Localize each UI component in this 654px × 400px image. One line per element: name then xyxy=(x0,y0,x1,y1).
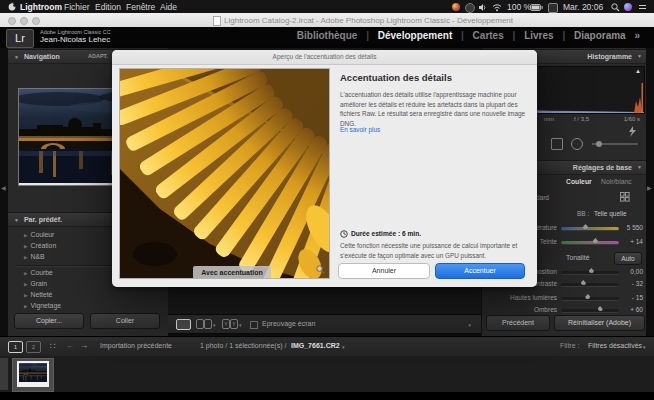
filmstrip-partial-cell xyxy=(0,358,8,390)
preset-creation[interactable]: ▶Création xyxy=(24,242,56,249)
menubar-clock[interactable]: Mar. 20:06 xyxy=(563,2,603,12)
chevron-down-icon: ▼ xyxy=(14,217,19,223)
zoom-window-button[interactable] xyxy=(32,17,40,25)
macos-menubar: Lightroom Fichier Edition Fenêtre Aide 1… xyxy=(0,0,654,13)
module-overflow-chevron[interactable]: » xyxy=(634,30,640,41)
thumbnail-photo[interactable] xyxy=(19,363,47,382)
preset-vignetage[interactable]: ▶Vignetage xyxy=(24,302,61,309)
previous-photo-arrow-icon[interactable]: ← xyxy=(66,341,74,350)
flash-icon[interactable] xyxy=(629,126,636,137)
filmstrip-source[interactable]: Importation précédente xyxy=(100,342,172,349)
main-window-icon[interactable]: 1 xyxy=(8,341,23,353)
slider-knob[interactable] xyxy=(585,294,590,299)
contrast-slider[interactable] xyxy=(561,283,619,287)
left-panel-collapse-icon[interactable]: ◀ xyxy=(1,184,6,191)
status-app2-icon[interactable] xyxy=(465,3,475,13)
chevron-down-icon[interactable]: ▾ xyxy=(342,344,345,350)
module-diaporama[interactable]: Diaporama xyxy=(574,30,626,41)
wifi-icon[interactable] xyxy=(492,3,502,12)
paste-settings-button[interactable]: Coller xyxy=(90,313,160,329)
module-bibliotheque[interactable]: Bibliothèque xyxy=(297,30,358,41)
spotlight-icon[interactable] xyxy=(611,3,620,12)
dialog-title[interactable]: Aperçu de l'accentuation des détails xyxy=(112,50,537,65)
menu-edition[interactable]: Edition xyxy=(95,2,121,12)
split-view-right-icon[interactable]: Y xyxy=(230,319,238,329)
next-photo-arrow-icon[interactable]: → xyxy=(80,341,88,350)
crop-tool-icon[interactable] xyxy=(551,138,563,150)
second-window-icon[interactable]: 2 xyxy=(26,341,41,353)
temperature-slider[interactable] xyxy=(561,227,619,231)
highlight-clipping-icon[interactable]: ▲ xyxy=(635,68,641,74)
slider-knob[interactable] xyxy=(581,280,586,285)
filter-dropdown[interactable]: Filtres désactivés xyxy=(588,342,642,349)
menu-fichier[interactable]: Fichier xyxy=(64,2,90,12)
toolbar-options-chevron[interactable]: ▾ xyxy=(468,322,471,328)
loupe-view-icon[interactable] xyxy=(176,319,191,330)
menu-aide[interactable]: Aide xyxy=(160,2,177,12)
profile-browser-grid-icon[interactable] xyxy=(620,192,630,202)
tab-couleur[interactable]: Couleur xyxy=(566,178,592,185)
spot-removal-icon[interactable] xyxy=(571,138,583,150)
close-window-button[interactable] xyxy=(8,17,16,25)
siri-icon[interactable] xyxy=(624,3,632,11)
chevron-down-icon[interactable]: ▾ xyxy=(213,322,216,328)
filmstrip-filename[interactable]: IMG_7661.CR2 xyxy=(291,342,340,349)
menu-app-name[interactable]: Lightroom xyxy=(20,2,62,12)
wb-value[interactable]: Telle quelle xyxy=(594,210,627,217)
temperature-value[interactable]: 5 550 xyxy=(627,224,643,231)
preset-courbe[interactable]: ▶Courbe xyxy=(24,269,53,276)
apple-menu-icon[interactable] xyxy=(8,2,16,11)
slider-knob[interactable] xyxy=(589,268,594,273)
preset-nettete[interactable]: ▶Netteté xyxy=(24,291,52,298)
tint-value[interactable]: + 14 xyxy=(630,238,643,245)
input-source-icon[interactable] xyxy=(548,3,558,13)
preset-grain[interactable]: ▶Grain xyxy=(24,280,47,287)
status-app-icon[interactable] xyxy=(452,3,460,11)
shadows-value[interactable]: + 60 xyxy=(630,306,643,313)
enhance-preview[interactable]: Avec accentuation xyxy=(119,68,330,279)
soft-proof-checkbox[interactable] xyxy=(250,321,258,329)
module-livres[interactable]: Livres xyxy=(524,30,553,41)
nav-zoom-adapt[interactable]: ADAPT. xyxy=(88,50,108,63)
preset-nb[interactable]: ▶N&B xyxy=(24,253,44,260)
auto-tone-button[interactable]: Auto xyxy=(614,252,642,265)
contrast-value[interactable]: - 32 xyxy=(632,280,643,287)
slider-knob[interactable] xyxy=(598,306,603,311)
chevron-down-icon[interactable]: ▾ xyxy=(643,344,646,350)
gpu-note: Cette fonction nécessite une puissance d… xyxy=(340,241,526,260)
right-panel-collapse-icon[interactable]: ▶ xyxy=(647,184,652,191)
tint-slider[interactable] xyxy=(561,241,619,245)
highlights-value[interactable]: - 15 xyxy=(632,294,643,301)
highlights-slider-row: Hautes lumières - 15 xyxy=(482,294,646,304)
filmstrip-selected-cell[interactable] xyxy=(12,358,54,392)
shadows-slider[interactable] xyxy=(561,309,619,313)
reset-adobe-button[interactable]: Réinitialiser (Adobe) xyxy=(554,315,645,331)
notification-center-icon[interactable] xyxy=(638,3,647,12)
split-view-left-icon[interactable]: Y xyxy=(222,319,230,329)
chevron-down-icon[interactable]: ▾ xyxy=(239,322,242,328)
cancel-button[interactable]: Annuler xyxy=(338,263,430,279)
window-titlebar[interactable]: Lightroom Catalog-2.lrcat - Adobe Photos… xyxy=(0,13,654,28)
soft-proof-label[interactable]: Epreuvage écran xyxy=(262,320,315,327)
module-cartes[interactable]: Cartes xyxy=(473,30,504,41)
exposure-slider[interactable] xyxy=(561,271,619,275)
before-after-right-icon[interactable] xyxy=(204,319,212,329)
learn-more-link[interactable]: En savoir plus xyxy=(340,126,380,133)
copy-settings-button[interactable]: Copier... xyxy=(14,313,84,329)
enhance-button[interactable]: Accentuer xyxy=(435,263,525,279)
magnifier-icon[interactable] xyxy=(316,265,325,274)
tab-noir-blanc[interactable]: Noir/blanc xyxy=(601,178,632,185)
volume-icon[interactable] xyxy=(479,3,488,12)
menu-fenetre[interactable]: Fenêtre xyxy=(126,2,155,12)
exposure-value[interactable]: 0,00 xyxy=(630,268,643,275)
slider-knob[interactable] xyxy=(583,224,588,229)
highlights-slider[interactable] xyxy=(561,297,619,301)
previous-button[interactable]: Précédent xyxy=(486,315,550,331)
before-after-left-icon[interactable] xyxy=(196,319,204,329)
tool-slider-knob[interactable] xyxy=(596,141,602,147)
minimize-window-button[interactable] xyxy=(20,17,28,25)
module-developpement[interactable]: Développement xyxy=(378,30,452,41)
slider-knob[interactable] xyxy=(593,238,598,243)
grid-view-icon[interactable]: ∷ xyxy=(50,341,56,351)
preset-couleur[interactable]: ▶Couleur xyxy=(24,231,54,238)
